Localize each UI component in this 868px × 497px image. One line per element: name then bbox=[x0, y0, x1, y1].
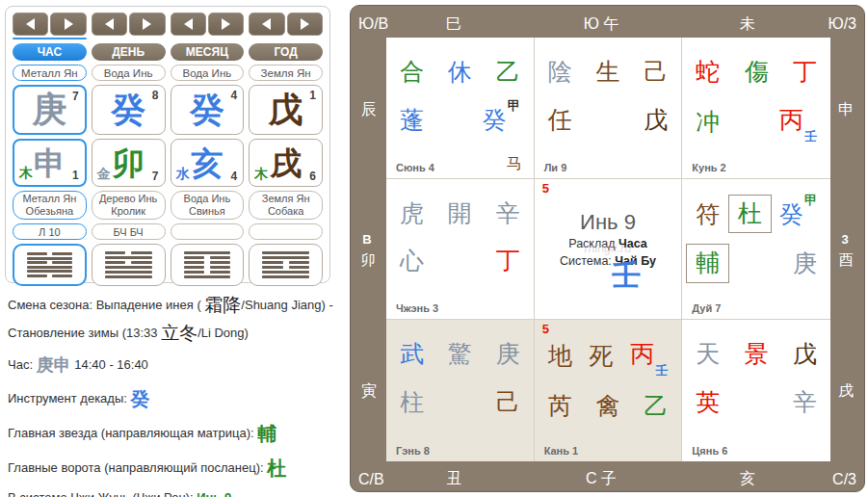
god-char: 虎 bbox=[400, 199, 424, 227]
arrow-left-icon bbox=[26, 18, 35, 30]
day-arrows bbox=[92, 13, 166, 36]
month-branch-cell: 水 亥 4 bbox=[171, 139, 245, 187]
tab-day[interactable]: ДЕНЬ bbox=[92, 43, 166, 61]
palace-label: Цянь 6 bbox=[692, 445, 727, 457]
star-char: 冲 bbox=[696, 108, 720, 136]
hour-animal-line1: Металл Ян bbox=[22, 193, 76, 205]
gate-char: 傷 bbox=[745, 58, 769, 86]
year-stem-cell: 戊 1 bbox=[249, 85, 323, 135]
palace-kan-1: 5 地 死 丙壬 芮 禽 乙 Кань 1 bbox=[535, 320, 683, 461]
month-branch-number: 4 bbox=[231, 170, 238, 183]
palace-xun-4: 合 休 乙 蓬 癸甲 Сюнь 4 马 bbox=[386, 38, 535, 179]
arrow-right-icon bbox=[143, 18, 151, 30]
palace-label: Сюнь 4 bbox=[396, 162, 434, 173]
gate-char: 景 bbox=[745, 340, 769, 368]
day-branch-number: 7 bbox=[152, 170, 159, 183]
hour-animal-line2: Обезьяна bbox=[26, 205, 74, 218]
day-prev-button[interactable] bbox=[92, 13, 127, 36]
month-stem-char: 癸 bbox=[190, 92, 224, 127]
hour-animal-label: Металл Ян Обезьяна bbox=[13, 191, 87, 220]
earth-stem-char: 丁 bbox=[496, 247, 520, 275]
palace-label: Чжэнь 3 bbox=[396, 302, 438, 314]
palace-label: Кунь 2 bbox=[692, 162, 725, 173]
system-line: В системе Чжи Жунь (Чжи Рен): Инь 9 bbox=[8, 488, 345, 497]
active-column-underline bbox=[13, 38, 87, 39]
day-next-button[interactable] bbox=[129, 13, 165, 36]
tab-month[interactable]: МЕСЯЦ bbox=[171, 43, 245, 61]
arrow-right-icon bbox=[301, 18, 309, 30]
heaven-stem-char: 辛 bbox=[496, 199, 520, 227]
month-prev-button[interactable] bbox=[171, 13, 206, 36]
hour-element-label: Металл Ян bbox=[13, 65, 87, 81]
year-animal-line2: Собака bbox=[268, 205, 303, 218]
year-prev-button[interactable] bbox=[249, 13, 284, 36]
leading-gate-char: 杜 bbox=[728, 195, 772, 234]
day-element-label: Вода Инь bbox=[92, 65, 166, 81]
hidden-stem-char: 壬 bbox=[804, 129, 817, 144]
year-next-button[interactable] bbox=[287, 13, 323, 36]
compass-ne: С/В bbox=[358, 471, 384, 488]
arrow-left-icon bbox=[184, 18, 193, 30]
hour-hexagram bbox=[13, 244, 87, 286]
day-branch-char: 卯 bbox=[113, 147, 145, 179]
compass-si: 巳 bbox=[446, 14, 461, 35]
palace-dui-7: 符 杜 癸甲 輔 庚 Дуй 7 bbox=[682, 179, 830, 321]
hour-branch-char: 申 bbox=[34, 147, 66, 179]
compass-yin: 寅 bbox=[361, 381, 377, 402]
year-branch-cell: 木 戌 6 bbox=[249, 139, 323, 187]
palace-gen-8: 武 驚 庚 柱 己 Гэнь 8 bbox=[386, 320, 535, 461]
watermark-text: mingli.ru bbox=[584, 241, 631, 255]
hour-next-button[interactable] bbox=[50, 13, 86, 36]
day-animal-label: Дерево Инь Кролик bbox=[92, 191, 166, 220]
palace-label: Дуй 7 bbox=[692, 302, 721, 314]
god-char: 蛇 bbox=[696, 58, 720, 86]
hour-branch-number: 1 bbox=[72, 169, 79, 182]
star-char: 心 bbox=[400, 247, 424, 275]
star-char: 蓬 bbox=[400, 106, 424, 134]
god-char: 合 bbox=[400, 58, 424, 86]
year-stem-char: 戊 bbox=[269, 92, 303, 127]
palace-qian-6: 天 景 戊 英 辛 Цянь 6 bbox=[682, 320, 830, 461]
gate-char: 休 bbox=[448, 58, 472, 86]
hour-symbolic-star: Л 10 bbox=[13, 223, 87, 240]
palace-label: Ли 9 bbox=[544, 162, 567, 173]
day-branch-element-char: 金 bbox=[97, 166, 111, 183]
heaven-stem-char: 癸甲 bbox=[779, 200, 817, 228]
gate-char: 驚 bbox=[448, 340, 472, 368]
arrow-right-icon bbox=[65, 18, 73, 30]
system-value: Инь 9 bbox=[197, 490, 231, 497]
day-stem-cell: 癸 8 bbox=[92, 85, 166, 135]
pillar-year: ГОД Земля Ян 戊 1 木 戌 6 Земля Ян Собака bbox=[249, 13, 323, 286]
month-next-button[interactable] bbox=[208, 13, 244, 36]
year-branch-char: 戌 bbox=[270, 147, 302, 179]
palace-grid: 合 休 乙 蓬 癸甲 Сюнь 4 马 陰 生 己 任 戊 Ли 9 bbox=[386, 38, 830, 461]
four-pillars-panel: ЧАС Металл Ян 庚 7 木 申 1 Металл Ян Обезья… bbox=[5, 6, 330, 283]
god-char: 地 bbox=[548, 342, 572, 370]
tab-hour[interactable]: ЧАС bbox=[13, 43, 87, 61]
hour-stem-cell: 庚 7 bbox=[13, 85, 87, 135]
pillar-day: ДЕНЬ Вода Инь 癸 8 金 卯 7 Дерево Инь Кроли… bbox=[92, 13, 166, 286]
tab-year[interactable]: ГОД bbox=[249, 43, 323, 61]
month-animal-line1: Вода Инь bbox=[184, 193, 231, 205]
month-hexagram bbox=[171, 244, 245, 286]
heaven-stem-char: 戊 bbox=[793, 340, 817, 368]
main-star-line: Главная звезда (направляющая матрица): 輔 bbox=[8, 419, 345, 449]
month-branch-char: 亥 bbox=[191, 147, 223, 179]
compass-xu: 戌 bbox=[838, 381, 854, 402]
month-arrows bbox=[171, 13, 245, 36]
decade-line: Инструмент декады: 癸 bbox=[8, 384, 345, 414]
hidden-stem-char: 甲 bbox=[804, 193, 817, 207]
arrow-left-icon bbox=[105, 18, 114, 30]
year-arrows bbox=[249, 13, 323, 36]
kan-five-marker: 5 bbox=[542, 322, 549, 336]
palace-label: Гэнь 8 bbox=[396, 445, 430, 457]
earth-stem-char: 己 bbox=[496, 388, 520, 416]
compass-east: В卯 bbox=[361, 228, 376, 272]
month-animal-line2: Свинья bbox=[189, 205, 225, 218]
hour-pillar-chars: 庚申 bbox=[37, 355, 71, 375]
gate-char: 生 bbox=[595, 58, 619, 86]
god-char: 武 bbox=[400, 340, 424, 368]
heaven-stem-char: 己 bbox=[644, 58, 668, 86]
hour-prev-button[interactable] bbox=[13, 13, 48, 36]
gate-char: 開 bbox=[448, 199, 472, 227]
